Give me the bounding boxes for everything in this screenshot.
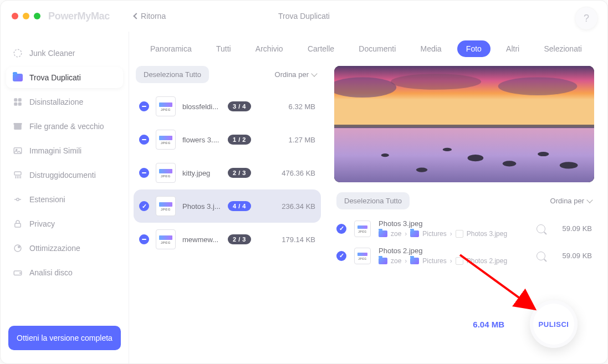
count-badge: 2 / 3: [228, 234, 251, 244]
tab-archivio[interactable]: Archivio: [247, 40, 292, 57]
tab-documenti[interactable]: Documenti: [350, 40, 405, 57]
checkbox[interactable]: [139, 234, 149, 244]
file-row[interactable]: JPEG flowers 3.... 1 / 2 1.27 MB: [134, 123, 321, 156]
sidebar-item-privacy[interactable]: Privacy: [6, 213, 123, 234]
file-name: flowers 3....: [182, 136, 221, 144]
folder-icon: [410, 258, 419, 264]
folder-icon: [410, 230, 419, 237]
tab-foto[interactable]: Foto: [457, 40, 491, 57]
file-name: mewmew...: [182, 235, 221, 244]
sidebar: Junk Cleaner Trova Duplicati Disinstalla…: [1, 32, 129, 363]
help-button[interactable]: ?: [575, 7, 597, 29]
tab-tutti[interactable]: Tutti: [207, 40, 240, 57]
plug-icon: [13, 194, 23, 204]
sidebar-item-similar-images[interactable]: Immagini Simili: [6, 140, 123, 161]
svg-point-26: [468, 155, 484, 161]
sort-button[interactable]: Ordina per: [275, 70, 316, 79]
svg-rect-21: [334, 127, 594, 182]
svg-point-24: [498, 77, 578, 95]
sidebar-item-shredder[interactable]: Distruggidocumenti: [6, 165, 123, 186]
chevron-down-icon: [586, 197, 592, 203]
zoom-traffic[interactable]: [34, 13, 40, 19]
duplicate-row[interactable]: JPEG Photos 2.jpeg zoe › Pictures ›: [334, 242, 594, 269]
tab-altri[interactable]: Altri: [497, 40, 528, 57]
jpeg-thumb-icon: JPEG: [156, 96, 176, 116]
svg-point-30: [416, 168, 427, 172]
sidebar-item-disk-analysis[interactable]: Analisi disco: [6, 262, 123, 283]
titlebar: PowerMyMac Ritorna Trova Duplicati ?: [1, 1, 607, 32]
sidebar-item-extensions[interactable]: Estensioni: [6, 189, 123, 210]
image-icon: [13, 146, 23, 156]
loader-icon: [13, 48, 23, 58]
tab-panoramica[interactable]: Panoramica: [141, 40, 201, 57]
file-row[interactable]: JPEG Photos 3.j... 4 / 4 236.34 KB: [134, 189, 321, 223]
window-controls[interactable]: [12, 13, 40, 19]
sidebar-item-label: Trova Duplicati: [29, 73, 81, 82]
lock-icon: [13, 219, 23, 229]
svg-rect-15: [15, 223, 21, 227]
sidebar-item-large-old[interactable]: File grande & vecchio: [6, 116, 123, 137]
sidebar-item-label: Estensioni: [29, 195, 65, 204]
dup-file-name: Photos 3.jpeg: [379, 219, 529, 228]
file-group-list: JPEG blossfeldi... 3 / 4 6.32 MB JPEG fl…: [134, 90, 321, 357]
sidebar-item-uninstall[interactable]: Disinstallazione: [6, 91, 123, 112]
folder-icon: [379, 258, 387, 264]
svg-rect-5: [14, 124, 22, 130]
file-size: 476.36 KB: [274, 169, 315, 177]
box-icon: [13, 121, 23, 131]
deselect-all-button[interactable]: Deseleziona Tutto: [136, 66, 209, 83]
dup-deselect-all-button[interactable]: Deseleziona Tutto: [336, 192, 410, 209]
file-row[interactable]: JPEG blossfeldi... 3 / 4 6.32 MB: [134, 90, 321, 123]
sidebar-item-label: Distruggidocumenti: [29, 171, 96, 180]
count-badge: 4 / 4: [228, 201, 251, 211]
jpeg-thumb-icon: JPEG: [354, 221, 371, 237]
dup-sort-button[interactable]: Ordina per: [550, 197, 592, 205]
count-badge: 2 / 3: [228, 168, 251, 178]
checkbox[interactable]: [139, 168, 149, 178]
jpeg-thumb-icon: JPEG: [156, 130, 176, 150]
svg-point-17: [18, 246, 20, 248]
jpeg-thumb-icon: JPEG: [156, 196, 176, 216]
chevron-left-icon: [133, 13, 139, 19]
sidebar-item-label: Analisi disco: [29, 268, 73, 277]
rocket-icon: [13, 243, 23, 253]
checkbox[interactable]: [336, 251, 346, 261]
close-traffic[interactable]: [12, 13, 18, 19]
file-size: 1.27 MB: [274, 136, 315, 144]
file-row[interactable]: JPEG kitty.jpeg 2 / 3 476.36 KB: [134, 156, 321, 189]
file-row[interactable]: JPEG mewmew... 2 / 3 179.14 KB: [134, 223, 321, 256]
svg-point-14: [17, 198, 19, 201]
clean-button[interactable]: PULISCI: [530, 300, 578, 348]
svg-point-32: [381, 153, 389, 157]
upgrade-button[interactable]: Ottieni la versione completa: [8, 326, 121, 350]
category-tabs: Panoramica Tutti Archivio Cartelle Docum…: [129, 32, 607, 66]
sidebar-item-find-duplicates[interactable]: Trova Duplicati: [6, 67, 123, 88]
minimize-traffic[interactable]: [23, 13, 29, 19]
tab-cartelle[interactable]: Cartelle: [299, 40, 343, 57]
back-button[interactable]: Ritorna: [134, 12, 166, 20]
apps-icon: [13, 97, 23, 107]
sort-label: Ordina per: [550, 197, 584, 205]
dup-file-name: Photos 2.jpeg: [379, 247, 529, 255]
search-icon[interactable]: [537, 224, 545, 233]
svg-rect-6: [14, 123, 22, 125]
tab-selezionati[interactable]: Selezionati: [535, 40, 591, 57]
svg-point-31: [443, 148, 452, 151]
checkbox[interactable]: [336, 224, 346, 234]
sidebar-item-optimization[interactable]: Ottimizzazione: [6, 238, 123, 259]
sidebar-item-label: Immagini Simili: [29, 146, 81, 155]
chevron-down-icon: [311, 70, 317, 76]
checkbox[interactable]: [139, 201, 149, 211]
svg-rect-4: [18, 102, 22, 106]
search-icon[interactable]: [537, 252, 545, 260]
file-name: Photos 3.j...: [182, 202, 221, 211]
sidebar-item-junk-cleaner[interactable]: Junk Cleaner: [6, 43, 123, 64]
duplicate-row[interactable]: JPEG Photos 3.jpeg zoe › Pictures ›: [334, 215, 594, 242]
svg-rect-1: [14, 98, 17, 101]
checkbox[interactable]: [139, 101, 149, 111]
tab-media[interactable]: Media: [411, 40, 450, 57]
svg-rect-3: [14, 102, 17, 106]
checkbox[interactable]: [139, 135, 149, 145]
disk-icon: [13, 268, 23, 278]
count-badge: 3 / 4: [228, 101, 251, 111]
